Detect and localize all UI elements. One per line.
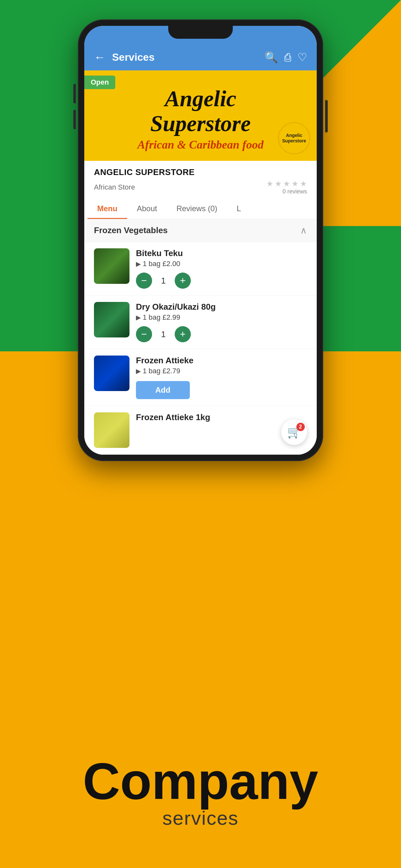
item-details-attieke1kg: Frozen Attieke 1kg <box>136 412 307 424</box>
qty-value-okazi: 1 <box>158 330 168 339</box>
side-btn-1 <box>73 84 76 103</box>
qty-value-biteku: 1 <box>158 276 168 286</box>
price-arrow-biteku: ▶ <box>136 260 141 268</box>
company-section: Company services <box>0 755 401 829</box>
item-price-okazi: 1 bag £2.99 <box>143 313 180 321</box>
item-price-row-biteku: ▶ 1 bag £2.00 <box>136 259 307 268</box>
item-name-attieke: Frozen Attieke <box>136 355 307 366</box>
screen-content: ← Services 🔍 ⎙ ♡ Open Angelic Superstore <box>84 26 317 455</box>
add-button-attieke[interactable]: Add <box>136 381 190 399</box>
back-button[interactable]: ← <box>94 51 105 64</box>
product-image-biteku <box>94 248 129 284</box>
store-type: African Store <box>94 183 135 191</box>
qty-decrease-biteku[interactable]: − <box>136 273 152 289</box>
qty-increase-biteku[interactable]: + <box>175 273 191 289</box>
store-logo: Angelic Superstore <box>278 122 310 154</box>
tab-about[interactable]: About <box>127 198 167 219</box>
share-icon[interactable]: ⎙ <box>284 51 291 64</box>
cart-icon-wrap: 🛒 2 <box>287 425 302 439</box>
store-name: Angelic Superstore <box>144 73 257 136</box>
tab-more[interactable]: L <box>227 198 251 219</box>
phone-wrapper: ← Services 🔍 ⎙ ♡ Open Angelic Superstore <box>78 20 323 461</box>
tab-menu[interactable]: Menu <box>88 198 127 219</box>
tab-reviews[interactable]: Reviews (0) <box>166 198 227 219</box>
category-header: Frozen Vegetables ∧ <box>84 219 317 242</box>
item-price-biteku: 1 bag £2.00 <box>143 259 180 268</box>
header-icons: 🔍 ⎙ ♡ <box>265 51 307 64</box>
search-icon[interactable]: 🔍 <box>265 51 278 64</box>
store-name-label: ANGELIC SUPERSTORE <box>94 167 307 177</box>
rating-area: ★ ★ ★ ★ ★ 0 reviews <box>266 179 307 195</box>
item-price-row-okazi: ▶ 1 bag £2.99 <box>136 313 307 321</box>
side-btn-2 <box>73 110 76 129</box>
app-header: ← Services 🔍 ⎙ ♡ <box>84 45 317 70</box>
item-image-biteku <box>94 248 129 284</box>
item-details-biteku: Biteku Teku ▶ 1 bag £2.00 − 1 + <box>136 248 307 289</box>
item-name-attieke1kg: Frozen Attieke 1kg <box>136 412 307 423</box>
item-image-okazi <box>94 302 129 337</box>
reviews-count: 0 reviews <box>282 188 307 195</box>
star-3: ★ <box>283 179 290 188</box>
store-banner: Open Angelic Superstore African & Caribb… <box>84 70 317 161</box>
category-title: Frozen Vegetables <box>94 225 167 236</box>
product-image-okazi <box>94 302 129 337</box>
qty-control-biteku: − 1 + <box>136 273 307 289</box>
item-image-attieke1kg <box>94 412 129 448</box>
item-image-attieke <box>94 355 129 391</box>
tabs-bar: Menu About Reviews (0) L <box>84 198 317 219</box>
qty-decrease-okazi[interactable]: − <box>136 326 152 342</box>
open-badge: Open <box>84 75 115 89</box>
star-2: ★ <box>275 179 282 188</box>
product-image-attieke <box>94 355 129 391</box>
item-name-biteku: Biteku Teku <box>136 248 307 258</box>
menu-item-biteku: Biteku Teku ▶ 1 bag £2.00 − 1 + <box>84 242 317 296</box>
cart-fab[interactable]: 🛒 2 <box>281 419 307 445</box>
heart-icon[interactable]: ♡ <box>297 51 307 64</box>
menu-items: Biteku Teku ▶ 1 bag £2.00 − 1 + <box>84 242 317 455</box>
stars: ★ ★ ★ ★ ★ <box>266 179 307 188</box>
price-arrow-okazi: ▶ <box>136 314 141 321</box>
qty-control-okazi: − 1 + <box>136 326 307 342</box>
store-info: ANGELIC SUPERSTORE African Store ★ ★ ★ ★… <box>84 161 317 198</box>
phone-screen: ← Services 🔍 ⎙ ♡ Open Angelic Superstore <box>84 26 317 455</box>
cart-badge: 2 <box>297 423 305 431</box>
menu-item-okazi: Dry Okazi/Ukazi 80g ▶ 1 bag £2.99 − 1 + <box>84 296 317 349</box>
collapse-icon[interactable]: ∧ <box>300 225 307 236</box>
item-price-attieke: 1 bag £2.79 <box>143 367 180 375</box>
notch <box>168 26 233 39</box>
store-tagline: African & Caribbean food <box>131 136 270 158</box>
product-image-attieke1kg <box>94 412 129 448</box>
price-arrow-attieke: ▶ <box>136 367 141 375</box>
item-name-okazi: Dry Okazi/Ukazi 80g <box>136 302 307 312</box>
logo-text: Angelic Superstore <box>282 133 306 144</box>
qty-increase-okazi[interactable]: + <box>175 326 191 342</box>
company-services: services <box>0 807 401 829</box>
menu-item-attieke: Frozen Attieke ▶ 1 bag £2.79 Add <box>84 349 317 406</box>
star-5: ★ <box>300 179 307 188</box>
header-title: Services <box>112 51 258 63</box>
company-title: Company <box>0 755 401 807</box>
star-1: ★ <box>266 179 274 188</box>
item-details-attieke: Frozen Attieke ▶ 1 bag £2.79 Add <box>136 355 307 399</box>
phone-frame: ← Services 🔍 ⎙ ♡ Open Angelic Superstore <box>78 20 323 461</box>
store-type-row: African Store ★ ★ ★ ★ ★ 0 reviews <box>94 179 307 195</box>
item-details-okazi: Dry Okazi/Ukazi 80g ▶ 1 bag £2.99 − 1 + <box>136 302 307 342</box>
star-4: ★ <box>291 179 299 188</box>
side-btn-3 <box>325 100 328 132</box>
item-price-row-attieke: ▶ 1 bag £2.79 <box>136 367 307 375</box>
